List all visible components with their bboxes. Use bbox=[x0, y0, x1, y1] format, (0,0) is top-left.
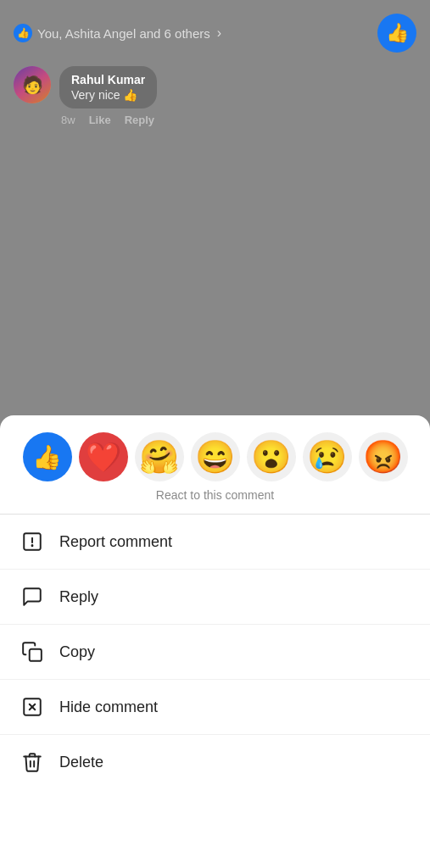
likes-thumbs-icon: 👍 bbox=[14, 24, 32, 42]
copy-icon bbox=[20, 640, 44, 664]
comment-time: 8w bbox=[61, 114, 75, 126]
thumbs-up-button[interactable]: 👍 bbox=[377, 14, 416, 53]
react-sad-button[interactable]: 😢 bbox=[303, 432, 352, 481]
report-comment-item[interactable]: Report comment bbox=[0, 515, 430, 570]
likes-bar: 👍 You, Ashita Angel and 6 others › 👍 bbox=[14, 14, 416, 53]
likes-left[interactable]: 👍 You, Ashita Angel and 6 others › bbox=[14, 24, 221, 42]
hide-icon bbox=[20, 695, 44, 719]
copy-label: Copy bbox=[59, 643, 95, 661]
comment-section: 🧑 Rahul Kumar Very nice 👍 8w Like Reply bbox=[14, 66, 416, 126]
comment-author: Rahul Kumar bbox=[71, 73, 145, 86]
delete-label: Delete bbox=[59, 754, 103, 771]
react-angry-button[interactable]: 😡 bbox=[359, 432, 408, 481]
hide-comment-label: Hide comment bbox=[59, 698, 158, 716]
emoji-row: 👍 ❤️ 🤗 😄 😮 😢 😡 bbox=[0, 432, 430, 488]
chevron-icon: › bbox=[217, 25, 221, 41]
comment-content: Rahul Kumar Very nice 👍 8w Like Reply bbox=[59, 66, 157, 126]
react-wow-button[interactable]: 😮 bbox=[247, 432, 296, 481]
react-like-button[interactable]: 👍 bbox=[23, 432, 72, 481]
react-hug-button[interactable]: 🤗 bbox=[135, 432, 184, 481]
avatar: 🧑 bbox=[14, 66, 51, 103]
bottom-sheet: 👍 ❤️ 🤗 😄 😮 😢 😡 React to this comment Rep… bbox=[0, 415, 430, 868]
react-love-button[interactable]: ❤️ bbox=[79, 432, 128, 481]
reply-icon bbox=[20, 585, 44, 609]
delete-icon bbox=[20, 750, 44, 774]
reply-item[interactable]: Reply bbox=[0, 570, 430, 625]
avatar-image: 🧑 bbox=[14, 66, 51, 103]
react-label: React to this comment bbox=[0, 488, 430, 509]
svg-rect-3 bbox=[30, 649, 42, 661]
reply-action[interactable]: Reply bbox=[125, 114, 154, 126]
reply-label: Reply bbox=[59, 588, 98, 606]
background-area: 👍 You, Ashita Angel and 6 others › 👍 🧑 R… bbox=[0, 0, 430, 415]
like-action[interactable]: Like bbox=[89, 114, 111, 126]
report-icon bbox=[20, 530, 44, 554]
react-haha-button[interactable]: 😄 bbox=[191, 432, 240, 481]
copy-item[interactable]: Copy bbox=[0, 625, 430, 680]
comment-bubble: Rahul Kumar Very nice 👍 bbox=[59, 66, 157, 108]
comment-actions: 8w Like Reply bbox=[59, 114, 157, 126]
comment-text: Very nice 👍 bbox=[71, 88, 145, 102]
report-comment-label: Report comment bbox=[59, 533, 172, 551]
delete-item[interactable]: Delete bbox=[0, 735, 430, 789]
hide-comment-item[interactable]: Hide comment bbox=[0, 680, 430, 735]
likes-text: You, Ashita Angel and 6 others bbox=[37, 26, 210, 41]
